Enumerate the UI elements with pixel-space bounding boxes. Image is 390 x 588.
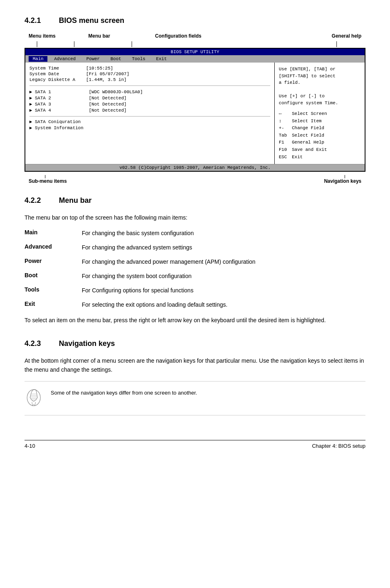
- bios-nav-exit: Exit: [152, 56, 171, 62]
- menu-item-power: Power For changing the advanced power ma…: [25, 258, 365, 266]
- section-421-title: BIOS menu screen: [59, 16, 124, 25]
- bios-diagram: Menu items Menu bar Configuration fields…: [25, 33, 365, 184]
- nav-key-screen: ↔Select Screen: [279, 110, 361, 118]
- bios-nav-boot: Boot: [106, 56, 125, 62]
- section-422-title: Menu bar: [59, 196, 92, 205]
- section-421-number: 4.2.1: [25, 16, 49, 25]
- bios-nav-keys: ↔Select Screen ↕Select Item +-Change Fie…: [279, 110, 361, 161]
- bios-nav-power: Power: [82, 56, 104, 62]
- bios-screen: BIOS SETUP UTILITY Main Advanced Power B…: [25, 48, 365, 172]
- svg-point-0: [27, 389, 40, 406]
- label-sub-menu: Sub-menu items: [29, 178, 67, 184]
- bios-system-date: System Date [Fri 05/07/2007]: [29, 72, 270, 76]
- bios-body: System Time [10:55:25] System Date [Fri …: [25, 63, 365, 164]
- bios-help-text: Use [ENTER], [TAB] or [SHIFT-TAB] to sel…: [279, 66, 361, 106]
- menu-items-table: Main For changing the basic system confi…: [25, 229, 365, 309]
- bios-sata-section: ▶ SATA 1 [WDC WD800JD-00LSA0] ▶ SATA 2 […: [29, 89, 270, 113]
- note-text: Some of the navigation keys differ from …: [51, 386, 197, 397]
- bios-sata4: ▶ SATA 4 [Not Detected]: [29, 108, 270, 113]
- nav-key-item: ↕Select Item: [279, 118, 361, 125]
- section-423: 4.2.3 Navigation keys At the bottom righ…: [25, 339, 365, 415]
- bios-nav-advanced: Advanced: [50, 56, 80, 62]
- bios-system-info: System Time [10:55:25] System Date [Fri …: [29, 66, 270, 86]
- menu-bar-intro: The menu bar on top of the screen has th…: [25, 213, 365, 222]
- bios-submenu-section: ▶ SATA Coniquration ▶ System Information: [29, 116, 270, 130]
- menu-item-tools: Tools For Configuring options for specia…: [25, 286, 365, 295]
- footer-chapter: Chapter 4: BIOS setup: [312, 443, 365, 449]
- label-nav-keys: Navigation keys: [324, 178, 361, 184]
- bios-right-panel: Use [ENTER], [TAB] or [SHIFT-TAB] to sel…: [275, 63, 365, 164]
- bios-footer: v02.58 (C)Copyright 1985-2007, American …: [25, 164, 365, 171]
- section-423-title: Navigation keys: [59, 339, 115, 348]
- nav-keys-intro: At the bottom right corner of a menu scr…: [25, 356, 365, 375]
- label-menu-bar: Menu bar: [88, 33, 110, 39]
- nav-key-change: +-Change Field: [279, 125, 361, 132]
- label-config-fields: Configuration fields: [155, 33, 201, 39]
- bios-left-panel: System Time [10:55:25] System Date [Fri …: [25, 63, 275, 164]
- menu-item-advanced: Advanced For changing the advanced syste…: [25, 243, 365, 252]
- pencil-icon: [25, 386, 43, 409]
- menu-item-main: Main For changing the basic system confi…: [25, 229, 365, 238]
- bios-sata1: ▶ SATA 1 [WDC WD800JD-00LSA0]: [29, 89, 270, 94]
- nav-key-field: TabSelect Field: [279, 132, 361, 139]
- menu-bar-footer: To select an item on the menu bar, press…: [25, 316, 365, 325]
- bios-system-time: System Time [10:55:25]: [29, 66, 270, 71]
- nav-key-help: F1General Help: [279, 139, 361, 146]
- note-icon: [25, 386, 45, 410]
- section-422-number: 4.2.2: [25, 196, 49, 205]
- section-422-heading: 4.2.2 Menu bar: [25, 196, 365, 205]
- bios-sata2: ▶ SATA 2 [Not Detected]: [29, 95, 270, 101]
- bios-legacy-diskette: Legacy Diskette A [1.44M, 3.5 in]: [29, 77, 270, 82]
- menu-item-exit: Exit For selecting the exit options and …: [25, 301, 365, 309]
- nav-key-esc: ESCExit: [279, 154, 361, 161]
- footer-page-number: 4-10: [25, 443, 35, 449]
- note-box: Some of the navigation keys differ from …: [25, 381, 365, 415]
- section-421-heading: 4.2.1 BIOS menu screen: [25, 16, 365, 25]
- bios-nav-main: Main: [29, 56, 47, 62]
- section-423-number: 4.2.3: [25, 339, 49, 348]
- label-menu-items: Menu items: [29, 33, 56, 39]
- page-footer: 4-10 Chapter 4: BIOS setup: [25, 440, 365, 449]
- label-general-help: General help: [332, 33, 361, 39]
- bios-nav-bar: Main Advanced Power Boot Tools Exit: [25, 55, 365, 63]
- bios-system-info-sub: ▶ System Information: [29, 125, 270, 130]
- bios-title-text: BIOS SETUP UTILITY: [171, 49, 220, 54]
- nav-key-save: F10Save and Exit: [279, 146, 361, 154]
- section-423-heading: 4.2.3 Navigation keys: [25, 339, 365, 348]
- bios-title-bar: BIOS SETUP UTILITY: [25, 49, 365, 55]
- bios-nav-tools: Tools: [128, 56, 150, 62]
- bios-sata3: ▶ SATA 3 [Not Detected]: [29, 101, 270, 107]
- bios-sata-config: ▶ SATA Coniquration: [29, 119, 270, 124]
- section-422: 4.2.2 Menu bar The menu bar on top of th…: [25, 196, 365, 325]
- menu-item-boot: Boot For changing the system boot config…: [25, 272, 365, 281]
